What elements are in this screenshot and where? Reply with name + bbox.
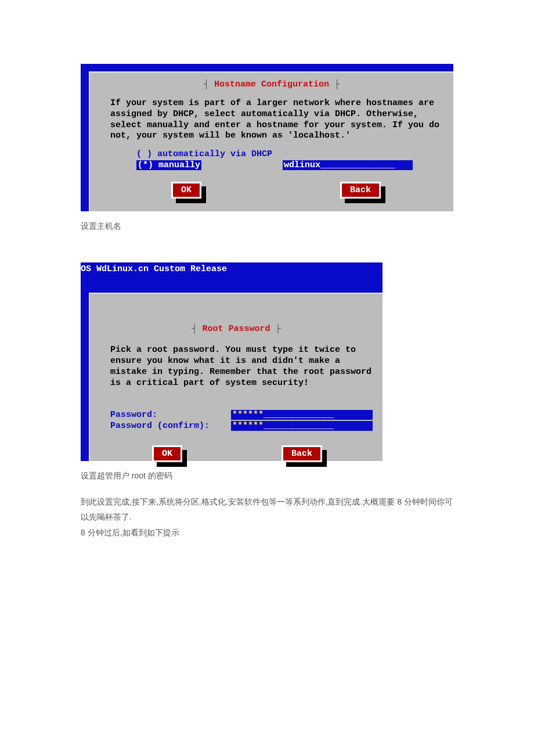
radio-dhcp[interactable]: ( ) automatically via DHCP (136, 149, 272, 159)
ok-button[interactable]: OK (171, 182, 201, 199)
back-button[interactable]: Back (282, 445, 322, 462)
password-confirm-label: Password (confirm): (110, 421, 210, 432)
root-password-screenshot: OS WdLinux.cn Custom Release ┤ Root Pass… (81, 262, 383, 461)
password-input[interactable]: ******_______________ (231, 410, 373, 420)
hostname-input[interactable]: wdlinux________________ (283, 160, 413, 170)
caption-rootpw: 设置超管用户 root 的密码 (81, 469, 534, 482)
caption-hostname: 设置主机名 (81, 219, 534, 232)
radio-manual[interactable]: (*) manually (136, 160, 201, 170)
dialog-box: ┤ Hostname Configuration ├ If your syste… (89, 71, 453, 211)
ok-button[interactable]: OK (152, 445, 182, 462)
hostname-config-screenshot: ┤ Hostname Configuration ├ If your syste… (81, 64, 453, 211)
dialog-description: Pick a root password. You must type it t… (110, 345, 372, 388)
body-paragraph: 到此设置完成,接下来,系统将分区,格式化,安装软件包等一等系列动作,直到完成.大… (81, 494, 458, 541)
dialog-description: If your system is part of a larger netwo… (110, 98, 443, 142)
terminal-header: OS WdLinux.cn Custom Release (81, 262, 383, 293)
dialog-title: ┤ Hostname Configuration ├ (90, 80, 453, 89)
back-button[interactable]: Back (340, 182, 381, 199)
radio-group: ( ) automatically via DHCP (*) manually (136, 149, 272, 170)
password-label: Password: (110, 410, 210, 421)
dialog-title: ┤ Root Password ├ (90, 324, 383, 334)
password-labels: Password: Password (confirm): (110, 410, 210, 432)
dialog-box: ┤ Root Password ├ Pick a root password. … (89, 293, 383, 461)
password-confirm-input[interactable]: ******_______________ (231, 421, 373, 431)
